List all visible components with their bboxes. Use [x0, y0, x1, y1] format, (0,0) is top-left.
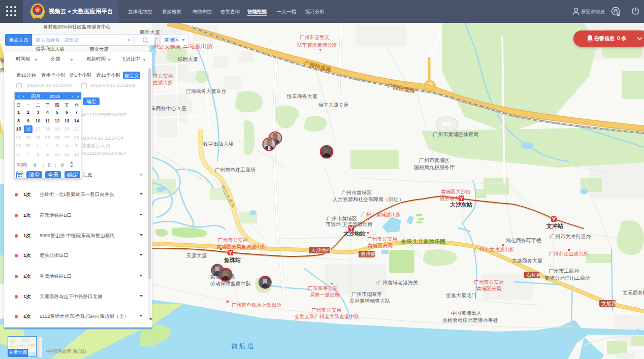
svg-text:广州市公安局: 广州市公安局	[311, 307, 341, 313]
svg-text:广州市黄埔区: 广州市黄埔区	[327, 216, 357, 221]
svg-text:队车管所黄埔分所: 队车管所黄埔分所	[297, 42, 337, 48]
svg-text:人力资源和社会保障局（旧址）: 人力资源和社会保障局（旧址）	[333, 197, 404, 202]
svg-text:信孚商业大厦: 信孚商业大厦	[35, 46, 65, 51]
svg-text:黄埔区大沙街: 黄埔区大沙街	[441, 189, 471, 194]
svg-text:奇乐儿儿童游乐园: 奇乐儿儿童游乐园	[400, 239, 445, 245]
svg-text:天源大厦: 天源大厦	[186, 253, 207, 258]
svg-text:黄埔区分局: 黄埔区分局	[368, 243, 393, 248]
svg-text:大沙地西: 大沙地西	[311, 247, 331, 253]
svg-text:广州市江山派出所: 广州市江山派出所	[549, 251, 589, 256]
svg-text:广州市公安局: 广州市公安局	[474, 279, 504, 285]
svg-text:·广州市鱼珠工商所: ·广州市鱼珠工商所	[213, 167, 255, 173]
svg-text:交警支队广州港大队老港中队: 交警支队广州港大队老港中队	[295, 314, 360, 319]
svg-text:珠园大厦: 珠园大厦	[177, 56, 198, 62]
svg-text:·广州市文冲街道办: ·广州市文冲街道办	[549, 234, 591, 239]
svg-text:广州市交警支: 广州市交警支	[300, 35, 330, 40]
svg-text:·广州市黄埔区体育局: ·广州市黄埔区体育局	[431, 132, 478, 137]
svg-text:劳动保障监察中队: 劳动保障监察中队	[210, 281, 251, 286]
svg-text:吉派出所: 吉派出所	[153, 80, 173, 85]
svg-text:广州市烟草专: 广州市烟草专	[351, 291, 382, 297]
svg-text:大沙东站: 大沙东站	[450, 202, 472, 208]
svg-text:广州市公安局: 广州市公安局	[367, 236, 397, 242]
svg-text:政务板务中...: 政务板务中...	[440, 195, 469, 201]
svg-text:文船路: 文船路	[601, 301, 617, 306]
svg-text:广州市公安局: 广州市公安局	[218, 237, 248, 243]
svg-text:广州市工商局: 广州市工商局	[549, 268, 579, 274]
svg-text:前航道: 前航道	[231, 342, 255, 350]
svg-text:数字出版大楼: 数字出版大楼	[203, 141, 234, 147]
svg-text:广州市文冲派出所: 广州市文冲派出所	[474, 247, 514, 252]
svg-text:金逸大厦北门: 金逸大厦北门	[445, 292, 476, 298]
svg-text:中国黄埔出入: 中国黄埔出入	[451, 310, 481, 316]
svg-text:文冲站: 文冲站	[546, 223, 563, 229]
svg-text:广州市黄埔派出所: 广州市黄埔派出所	[361, 212, 401, 217]
svg-text:江瑞商务大厦Ｂ座: 江瑞商务大厦Ｂ座	[186, 88, 227, 94]
svg-text:局第一派出所: 局第一派出所	[310, 292, 340, 298]
svg-text:黄埔区分局: 黄埔区分局	[476, 286, 501, 291]
svg-text:骊丰大厦Ｃ座: 骊丰大厦Ｃ座	[318, 102, 349, 108]
svg-text:市公安局: 市公安局	[152, 73, 173, 79]
svg-text:鱼珠站: 鱼珠站	[223, 257, 241, 263]
svg-text:广东海事公安: 广东海事公安	[308, 285, 338, 291]
svg-text:国税局九税服务厅: 国税局九税服务厅	[414, 165, 455, 170]
svg-text:黄村他99%和社区监理服务中心: 黄村他99%和社区监理服务中心	[43, 24, 111, 29]
svg-text:悦丰商务大厦: 悦丰商务大厦	[286, 93, 317, 99]
svg-text:广州市黄埔区: 广州市黄埔区	[419, 157, 449, 163]
svg-text:境检验检疫局老港办事处: 境检验检疫局老港办事处	[442, 317, 498, 323]
svg-text:黄埔分局江山工商所: 黄埔分局江山工商所	[544, 275, 590, 281]
svg-text:文元商务楼: 文元商务楼	[623, 290, 644, 296]
svg-text:港湾路: 港湾路	[361, 251, 376, 257]
svg-text:广州市鱼珠水上派出所: 广州市鱼珠水上派出所	[232, 302, 281, 308]
svg-text:黄埔区分局鱼珠派出所: 黄埔区分局鱼珠派出所	[216, 244, 266, 249]
svg-text:鸿亿商务写字楼: 鸿亿商务写字楼	[505, 238, 541, 243]
svg-text:朱商务中心Ａ座: 朱商务中心Ａ座	[151, 106, 186, 111]
svg-text:文盛商务大厦: 文盛商务大厦	[512, 258, 542, 264]
svg-text:大沙地站: 大沙地站	[343, 231, 366, 237]
svg-text:卖局黄埔稽查大队: 卖局黄埔稽查大队	[349, 298, 391, 304]
svg-text:石化路: 石化路	[526, 272, 541, 278]
svg-text:商业大厦: 商业大厦	[89, 46, 109, 52]
svg-text:·广州黄埔老港海关: ·广州黄埔老港海关	[376, 280, 418, 285]
svg-text:广州市黄埔区: 广州市黄埔区	[341, 190, 372, 195]
